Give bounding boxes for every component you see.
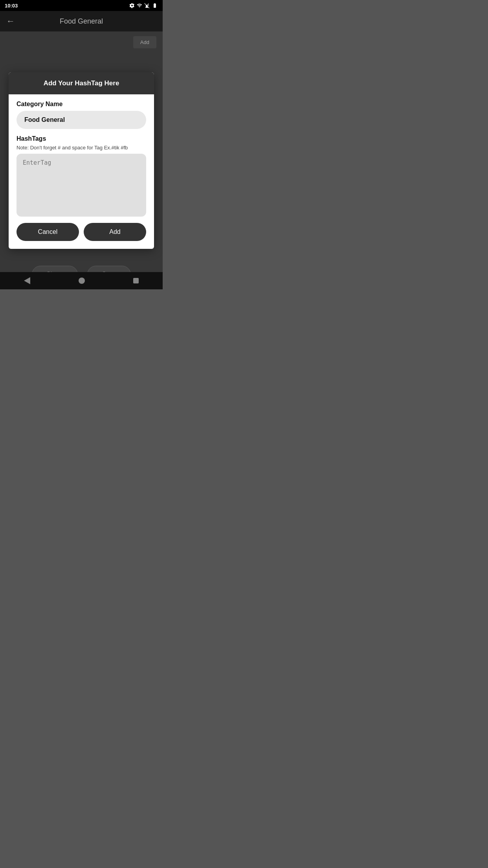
settings-icon	[129, 3, 135, 8]
signal-icon	[144, 3, 150, 8]
modal-dialog: Add Your HashTag Here Category Name Food…	[9, 72, 154, 249]
category-name-label: Category Name	[17, 101, 146, 108]
hashtag-note: Note: Don't forget # and space for Tag E…	[17, 145, 146, 151]
modal-header: Add Your HashTag Here	[9, 72, 154, 94]
status-bar: 10:03	[0, 0, 163, 11]
app-bar-title: Food General	[21, 17, 141, 26]
status-time: 10:03	[5, 3, 18, 9]
modal-body: Category Name Food General HashTags Note…	[9, 94, 154, 249]
background-content: Add Share Copy Add Your HashTag Here Cat…	[0, 31, 163, 289]
back-button[interactable]: ←	[6, 17, 15, 26]
wifi-icon	[137, 3, 142, 8]
modal-overlay: Add Your HashTag Here Category Name Food…	[0, 31, 163, 289]
cancel-button[interactable]: Cancel	[17, 223, 79, 241]
modal-header-title: Add Your HashTag Here	[44, 79, 119, 87]
battery-icon	[152, 3, 158, 8]
category-name-value: Food General	[17, 111, 146, 129]
modal-buttons: Cancel Add	[17, 223, 146, 241]
hashtags-label: HashTags	[17, 135, 146, 142]
tag-input[interactable]	[17, 154, 146, 217]
status-icons	[129, 3, 158, 8]
add-button[interactable]: Add	[84, 223, 146, 241]
app-bar: ← Food General	[0, 11, 163, 31]
